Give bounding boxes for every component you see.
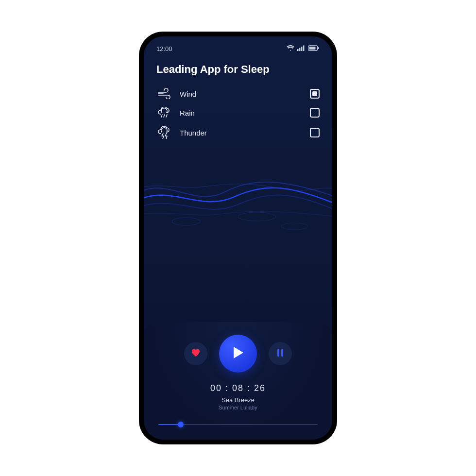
battery-icon [308, 45, 320, 52]
thunder-icon [156, 126, 173, 139]
svg-rect-3 [303, 46, 305, 51]
track-subtitle: Summer Lullaby [155, 405, 321, 410]
svg-rect-2 [301, 47, 303, 51]
sound-item-thunder[interactable]: Thunder [156, 126, 320, 139]
play-icon [232, 346, 244, 361]
svg-line-9 [166, 115, 167, 117]
sound-label: Thunder [180, 129, 303, 137]
checkbox[interactable] [310, 89, 320, 99]
page-title: Leading App for Sleep [144, 56, 332, 88]
svg-point-12 [281, 223, 307, 230]
status-icons [287, 45, 320, 52]
svg-rect-1 [299, 48, 301, 51]
wifi-icon [287, 45, 294, 52]
sound-label: Wind [180, 90, 303, 98]
player-panel: 00 : 08 : 26 Sea Breeze Summer Lullaby [144, 322, 332, 440]
sound-item-wind[interactable]: Wind [156, 88, 320, 99]
phone-frame: 12:00 Leading App for Sleep [139, 32, 337, 444]
svg-line-7 [161, 115, 162, 117]
status-bar: 12:00 [144, 36, 332, 56]
like-button[interactable] [184, 342, 207, 365]
svg-rect-15 [281, 349, 283, 357]
svg-rect-14 [277, 349, 279, 357]
play-button[interactable] [219, 335, 257, 373]
sound-item-rain[interactable]: Rain [156, 107, 320, 119]
rain-icon [156, 107, 173, 119]
svg-point-10 [172, 218, 200, 225]
svg-rect-5 [318, 47, 319, 49]
track-title: Sea Breeze [155, 396, 321, 404]
status-time: 12:00 [156, 45, 172, 52]
sound-list: Wind Rain T [144, 88, 332, 139]
heart-icon [191, 348, 201, 359]
progress-bar[interactable] [158, 422, 318, 427]
sound-label: Rain [180, 109, 303, 117]
checkbox[interactable] [310, 108, 320, 118]
player-controls [155, 335, 321, 373]
pause-button[interactable] [269, 342, 292, 365]
pause-icon [276, 348, 284, 359]
progress-knob[interactable] [178, 422, 184, 427]
svg-line-8 [164, 115, 165, 117]
svg-marker-13 [234, 347, 243, 358]
checkbox[interactable] [310, 128, 320, 137]
wind-icon [156, 88, 173, 99]
signal-icon [297, 45, 305, 52]
svg-rect-6 [309, 47, 316, 50]
svg-rect-0 [297, 49, 299, 51]
playback-timer: 00 : 08 : 26 [155, 383, 321, 393]
wave-illustration [144, 139, 332, 332]
svg-point-11 [238, 212, 276, 221]
